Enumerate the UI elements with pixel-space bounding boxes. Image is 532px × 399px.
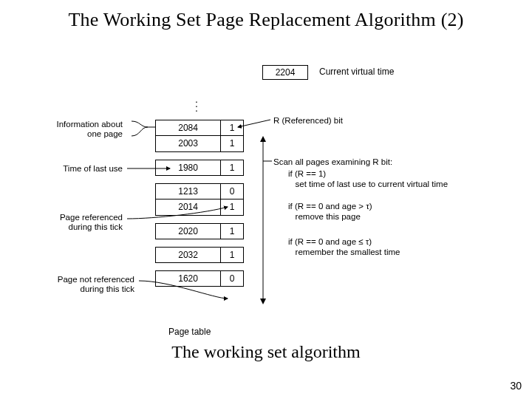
time-cell: 1980	[155, 160, 221, 176]
time-cell: 2032	[155, 247, 221, 263]
time-cell: 2003	[155, 136, 221, 152]
scan-header: Scan all pages examining R bit:	[273, 157, 392, 167]
table-row: 1213 0	[155, 183, 244, 200]
case1-line2: set time of last use to current virtual …	[288, 179, 448, 189]
case2-line1: if (R == 0 and age > τ)	[288, 201, 372, 211]
r-bit-label: R (Referenced) bit	[273, 115, 343, 126]
current-virtual-time-label: Current virtual time	[319, 66, 394, 77]
time-cell: 1620	[155, 270, 221, 287]
table-row: 1980 1	[155, 160, 244, 176]
r-cell: 0	[221, 183, 244, 200]
page-ref-label: Page referenced during this tick	[43, 213, 123, 232]
r-cell: 1	[221, 223, 244, 239]
current-virtual-time-box: 2204	[262, 65, 308, 80]
case3-line1: if (R == 0 and age ≤ τ)	[288, 236, 372, 247]
table-row: 1620 0	[155, 270, 244, 287]
table-row: 2020 1	[155, 223, 244, 239]
svg-marker-5	[260, 299, 266, 304]
table-row: 2032 1	[155, 247, 244, 263]
table-row: 2014 1	[155, 200, 244, 216]
slide-title: The Working Set Page Replacement Algorit…	[0, 0, 532, 31]
case2-line2: remove this page	[288, 211, 361, 222]
r-cell: 1	[221, 247, 244, 263]
page-table-label: Page table	[168, 327, 211, 337]
table-row: 2003 1	[155, 136, 244, 152]
diagram: 2204 Current virtual time ··· 2084 1 200…	[44, 53, 488, 334]
time-cell: 2020	[155, 223, 221, 239]
r-cell: 1	[221, 160, 244, 176]
r-cell: 0	[221, 270, 244, 287]
ellipsis-icon: ···	[195, 99, 198, 112]
time-cell: 2084	[155, 120, 221, 136]
page-table: 2084 1 2003 1 1980 1 1213 0 2014 1 2020 …	[155, 120, 244, 287]
page-not-ref-label: Page not referenced during this tick	[43, 275, 134, 294]
svg-marker-4	[260, 136, 266, 142]
r-cell: 1	[221, 200, 244, 216]
r-cell: 1	[221, 136, 244, 152]
time-cell: 2014	[155, 200, 221, 216]
time-cell: 1213	[155, 183, 221, 200]
r-cell: 1	[221, 120, 244, 136]
page-number: 30	[510, 380, 522, 392]
time-last-use-label: Time of last use	[43, 164, 123, 174]
table-row: 2084 1	[155, 120, 244, 136]
info-label: Information about one page	[43, 120, 123, 139]
case1-line1: if (R == 1)	[288, 168, 326, 179]
slide-caption: The working set algorithm	[0, 342, 532, 362]
case3-line2: remember the smallest time	[288, 247, 400, 257]
